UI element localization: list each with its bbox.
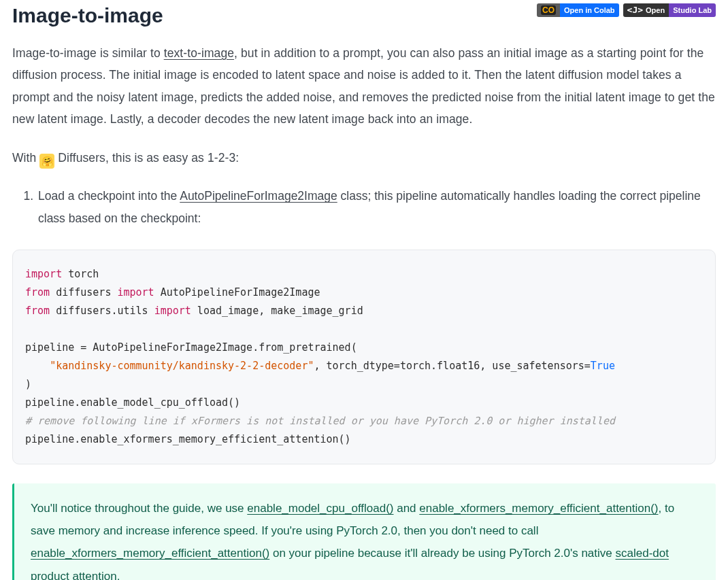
studio-icon: <J>: [627, 3, 643, 17]
intro-text: With: [12, 151, 39, 165]
intro-text: Diffusers, this is as easy as 1-2-3:: [54, 151, 239, 165]
tip-text: .: [117, 570, 120, 580]
code-kw: import: [117, 286, 154, 298]
steps-list: Load a checkpoint into the AutoPipelineF…: [12, 185, 716, 229]
intro-text: Image-to-image is similar to: [12, 46, 164, 60]
code-text: diffusers: [50, 286, 117, 298]
studio-open-label: Open: [646, 3, 665, 17]
code-text: torch: [62, 268, 99, 280]
open-studio-lab-badge[interactable]: <J>Open Studio Lab: [623, 3, 716, 17]
code-comment: # remove following line if xFormers is n…: [25, 415, 615, 427]
code-bool: True: [591, 360, 615, 372]
colab-icon: CO: [541, 5, 556, 15]
code-str: "kandinsky-community/kandinsky-2-2-decod…: [50, 360, 314, 372]
code-text: pipeline.enable_xformers_memory_efficien…: [25, 433, 351, 445]
code-kw: from: [25, 286, 50, 298]
code-text: , torch_dtype=torch.float16, use_safeten…: [314, 360, 590, 372]
tip-text: and: [393, 502, 419, 515]
code-text: load_image, make_image_grid: [191, 305, 363, 317]
code-text: diffusers.utils: [50, 305, 154, 317]
code-kw: from: [25, 305, 50, 317]
open-in-colab-badge[interactable]: CO Open in Colab: [537, 3, 619, 17]
code-text: pipeline = AutoPipelineForImage2Image.fr…: [25, 341, 357, 354]
autopipeline-link[interactable]: AutoPipelineForImage2Image: [180, 189, 337, 203]
tip-text: You'll notice throughout the guide, we u…: [31, 502, 247, 515]
studio-lab-label: Studio Lab: [669, 3, 716, 17]
badge-row: CO Open in Colab <J>Open Studio Lab: [537, 3, 716, 17]
tip-text: on your pipeline because it'll already b…: [269, 547, 615, 560]
code-text: [25, 360, 50, 372]
text-to-image-link[interactable]: text-to-image: [164, 46, 234, 60]
code-block: import torch from diffusers import AutoP…: [12, 250, 716, 464]
code-kw: import: [154, 305, 191, 317]
enable-xformers-link-1[interactable]: enable_xformers_memory_efficient_attenti…: [419, 502, 658, 515]
huggingface-icon: 🤗: [39, 154, 54, 169]
page-title: Image-to-image: [12, 1, 163, 27]
colab-label: Open in Colab: [560, 3, 619, 17]
code-text: ): [25, 378, 31, 390]
intro-paragraph-1: Image-to-image is similar to text-to-ima…: [12, 42, 716, 131]
enable-xformers-link-2[interactable]: enable_xformers_memory_efficient_attenti…: [31, 547, 269, 560]
code-text: AutoPipelineForImage2Image: [154, 286, 320, 298]
enable-cpu-offload-link[interactable]: enable_model_cpu_offload(): [247, 502, 393, 515]
intro-paragraph-2: With 🤗 Diffusers, this is as easy as 1-2…: [12, 147, 716, 169]
code-text: pipeline.enable_model_cpu_offload(): [25, 396, 240, 409]
step-text: Load a checkpoint into the: [38, 189, 180, 203]
tip-box: You'll notice throughout the guide, we u…: [12, 483, 716, 580]
step-1: Load a checkpoint into the AutoPipelineF…: [37, 185, 716, 229]
code-kw: import: [25, 268, 62, 280]
